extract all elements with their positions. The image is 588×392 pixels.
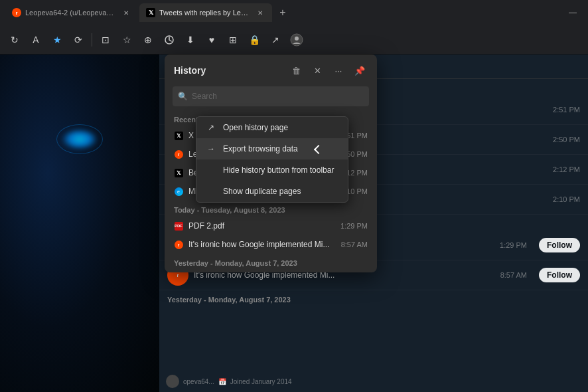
profile-footer: opeva64... 📅 Joined January 2014 — [159, 371, 588, 392]
tab-title-twitter: Tweets with replies by Leopeva6... — [159, 9, 251, 17]
new-tab-button[interactable]: + — [273, 3, 292, 22]
reddit-favicon: r — [12, 8, 21, 17]
context-item-export-label: Export browsing data — [223, 144, 298, 153]
history-today-label: Today - Tuesday, August 8, 2023 — [165, 201, 377, 217]
profile-icon[interactable] — [287, 31, 306, 49]
browser-tab-twitter[interactable]: 𝕏 Tweets with replies by Leopeva6... ✕ — [139, 3, 272, 22]
x-favicon-history3: 𝕏 — [174, 168, 183, 177]
history-pin-icon[interactable]: 📌 — [352, 62, 368, 78]
follow-button-enews[interactable]: Follow — [539, 238, 580, 252]
context-item-open-history-label: Open history page — [223, 123, 288, 132]
history-more-icon[interactable]: ··· — [331, 62, 346, 78]
yesterday-section-label: Yesterday - Monday, August 7, 2023 — [159, 290, 588, 306]
toolbar: ↻ A ★ ⟳ ⊡ ☆ ⊕ ⬇ ♥ ⊞ 🔒 ↗ — [0, 25, 588, 54]
history-delete-icon[interactable]: 🗑 — [288, 62, 304, 78]
history-item-google[interactable]: r It's ironic how Google implemented Mi.… — [165, 235, 377, 254]
add-icon[interactable]: ⊕ — [139, 31, 157, 49]
tab-title-reddit: Leopeva64-2 (u/Leopeva64-2) - — [25, 9, 117, 17]
collections-icon[interactable]: ⟳ — [69, 31, 88, 49]
x-favicon-tab: 𝕏 — [146, 8, 155, 17]
context-item-open-history[interactable]: ↗ Open history page — [196, 117, 348, 138]
refresh-icon[interactable]: ↻ — [5, 31, 24, 49]
minimize-button[interactable]: — — [563, 3, 583, 22]
profile-avatar-small — [166, 375, 179, 388]
reader-icon[interactable]: A — [27, 31, 45, 49]
separator-1 — [92, 33, 92, 47]
tw-item-berny-time: 2:12 PM — [553, 165, 580, 173]
pdf-favicon-history: PDF — [174, 221, 183, 231]
tw-item-google-time: 8:57 AM — [500, 271, 527, 279]
history-item-pdf-title: PDF 2.pdf — [188, 221, 335, 231]
profile-calendar-icon: 📅 — [218, 378, 226, 385]
export-icon: → — [206, 144, 216, 153]
history-item-pdf-time: 1:29 PM — [340, 222, 368, 230]
open-history-icon: ↗ — [206, 123, 216, 132]
history-item-pdf[interactable]: PDF PDF 2.pdf 1:29 PM — [165, 217, 377, 235]
history-yesterday-label: Yesterday - Monday, August 7, 2023 — [165, 254, 377, 272]
tab-close-reddit[interactable]: ✕ — [121, 7, 131, 18]
context-menu: ↗ Open history page → Export browsing da… — [196, 116, 348, 203]
edge-favicon-history4: e — [174, 187, 183, 196]
favorites-icon[interactable]: ★ — [48, 31, 66, 49]
history-panel-header: History 🗑 ✕ ··· 📌 — [165, 54, 377, 84]
history-item-google-title: It's ironic how Google implemented Mi... — [188, 240, 336, 249]
window-controls: — — [563, 3, 583, 22]
wallet-icon[interactable]: 🔒 — [245, 31, 263, 49]
games-icon[interactable]: ⊞ — [224, 31, 242, 49]
search-icon: 🔍 — [178, 92, 188, 101]
x-favicon-history1: 𝕏 — [174, 131, 183, 140]
context-item-hide-button[interactable]: Hide history button from toolbar — [196, 159, 348, 181]
history-search-bar[interactable]: 🔍 Search — [173, 86, 369, 106]
profile-username: opeva64... — [183, 378, 214, 385]
profile-joined-text: Joined January 2014 — [230, 378, 292, 385]
context-item-duplicate-label: Show duplicate pages — [223, 187, 301, 196]
reddit-favicon-history2: r — [174, 149, 183, 159]
title-bar: r Leopeva64-2 (u/Leopeva64-2) - ✕ 𝕏 Twee… — [0, 0, 588, 25]
tab-close-twitter[interactable]: ✕ — [255, 7, 265, 18]
reddit-favicon-history5: r — [174, 240, 183, 249]
search-placeholder: Search — [192, 92, 217, 101]
tw-item-x-time: 2:51 PM — [553, 106, 580, 114]
tw-item-pdf-time: 1:29 PM — [500, 241, 527, 249]
context-item-duplicate[interactable]: Show duplicate pages — [196, 181, 348, 202]
follow-button-nikka[interactable]: Follow — [539, 268, 580, 282]
context-item-export[interactable]: → Export browsing data — [196, 138, 348, 159]
history-panel-title: History — [174, 65, 283, 76]
tw-item-edge-time: 2:10 PM — [553, 195, 580, 203]
history-icon[interactable] — [160, 31, 179, 49]
share-icon[interactable]: ↗ — [266, 31, 285, 49]
browser-chrome: r Leopeva64-2 (u/Leopeva64-2) - ✕ 𝕏 Twee… — [0, 0, 588, 54]
rewards-icon[interactable]: ♥ — [202, 31, 221, 49]
background-image-panel — [0, 54, 159, 392]
eye-ring — [56, 124, 103, 154]
browser-tab-reddit[interactable]: r Leopeva64-2 (u/Leopeva64-2) - ✕ — [5, 3, 138, 22]
tw-item-reddit1-time: 2:50 PM — [553, 136, 580, 144]
history-item-google-time: 8:57 AM — [341, 241, 368, 248]
history-clear-icon[interactable]: ✕ — [309, 62, 325, 78]
download-icon[interactable]: ⬇ — [181, 31, 200, 49]
split-icon[interactable]: ⊡ — [96, 31, 115, 49]
context-item-hide-label: Hide history button from toolbar — [223, 165, 334, 175]
svg-point-2 — [295, 37, 299, 41]
fav-bar-icon[interactable]: ☆ — [117, 31, 136, 49]
